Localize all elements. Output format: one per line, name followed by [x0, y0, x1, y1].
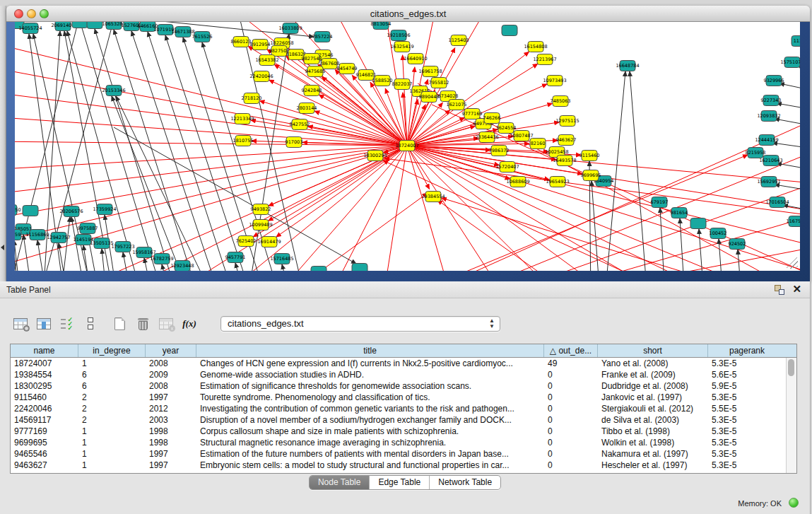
- graph-node[interactable]: 1167533: [787, 216, 800, 227]
- float-panel-icon[interactable]: [775, 285, 784, 295]
- select-columns-button[interactable]: ✓ ✓ ✓: [58, 315, 76, 332]
- graph-node[interactable]: 12213967: [533, 54, 556, 65]
- column-header-pagerank[interactable]: pagerank: [708, 344, 786, 357]
- table-row[interactable]: 1872400712008Changes of HCN gene express…: [11, 358, 786, 369]
- graph-node[interactable]: 9115460: [579, 151, 600, 161]
- graph-node[interactable]: 100452: [710, 228, 727, 239]
- graph-node[interactable]: 20153346: [102, 86, 125, 96]
- network-window-titlebar[interactable]: citations_edges.txt: [6, 6, 810, 22]
- graph-node[interactable]: 917003: [286, 137, 303, 148]
- delete-column-button[interactable]: [134, 315, 152, 332]
- graph-node[interactable]: 9475685: [305, 66, 326, 77]
- graph-node[interactable]: 39159: [15, 230, 21, 240]
- graph-node[interactable]: 924502: [729, 239, 746, 250]
- graph-node[interactable]: 1588520: [372, 76, 393, 86]
- graph-node[interactable]: 9493822: [251, 204, 271, 215]
- graph-node[interactable]: [352, 264, 367, 271]
- graph-node[interactable]: 16033809: [278, 23, 302, 34]
- graph-node[interactable]: [502, 25, 517, 36]
- column-header-year[interactable]: year: [146, 344, 196, 357]
- graph-node[interactable]: 8215958: [746, 148, 766, 158]
- graph-node[interactable]: 19218506: [387, 30, 410, 41]
- graph-node[interactable]: 7485063: [551, 96, 571, 107]
- graph-node[interactable]: 8912954: [250, 40, 271, 50]
- graph-node[interactable]: [87, 22, 102, 29]
- graph-node[interactable]: 1810755: [233, 136, 254, 146]
- graph-node[interactable]: 7955812: [429, 78, 449, 88]
- table-row[interactable]: 1830029562008Estimation of significance …: [11, 380, 786, 392]
- show-column-button[interactable]: [35, 315, 53, 332]
- tab-node-table[interactable]: Node Table: [310, 476, 370, 489]
- close-panel-icon[interactable]: ✕: [792, 284, 801, 295]
- table-row[interactable]: 946554611997Estimation of the future num…: [11, 448, 786, 460]
- graph-node[interactable]: 17016504: [765, 197, 789, 208]
- graph-node[interactable]: 7986372: [489, 146, 510, 156]
- row-height-button[interactable]: [81, 315, 100, 332]
- scrollbar-thumb[interactable]: [788, 359, 794, 376]
- table-selector-dropdown[interactable]: citations_edges.txt ▲▼: [220, 316, 500, 332]
- graph-node[interactable]: 17359924: [93, 204, 116, 215]
- graph-node[interactable]: 82160: [530, 139, 546, 149]
- graph-node[interactable]: 9227343: [761, 95, 782, 106]
- graph-node[interactable]: 2803144: [297, 103, 317, 114]
- graph-node[interactable]: 10099489: [249, 220, 272, 230]
- graph-node[interactable]: 1125403: [449, 35, 469, 46]
- graph-node[interactable]: 8660123: [231, 37, 252, 47]
- column-header-in-degree[interactable]: in_degree: [78, 344, 146, 357]
- graph-node[interactable]: 9329966: [764, 76, 784, 86]
- graph-node[interactable]: 7625402: [236, 236, 257, 247]
- graph-node[interactable]: 16154808: [524, 42, 547, 52]
- column-header-title[interactable]: title: [196, 344, 544, 357]
- graph-node[interactable]: 7615526: [192, 32, 213, 42]
- graph-node[interactable]: 12923448: [170, 261, 194, 271]
- control-panel-splitter[interactable]: [0, 6, 6, 281]
- graph-node[interactable]: 16648784: [616, 61, 639, 71]
- graph-node[interactable]: 9975887: [78, 223, 98, 234]
- graph-node[interactable]: [690, 218, 706, 229]
- graph-node[interactable]: 20691406: [51, 22, 74, 31]
- graph-node[interactable]: [72, 22, 88, 28]
- graph-node[interactable]: 9242848: [302, 86, 322, 96]
- graph-node[interactable]: [23, 206, 38, 216]
- tab-network-table[interactable]: Network Table: [430, 476, 500, 489]
- table-row[interactable]: 969969511998Structural magnetic resonanc…: [11, 437, 786, 448]
- column-header-out-degree-sorted[interactable]: △ out_de...: [544, 344, 598, 357]
- graph-node[interactable]: 12093832: [757, 111, 780, 122]
- graph-node[interactable]: 2718120: [242, 93, 262, 104]
- column-header-name[interactable]: name: [11, 344, 78, 357]
- graph-node[interactable]: 7857224: [312, 32, 333, 42]
- window-resize-grip[interactable]: [787, 257, 798, 269]
- graph-node[interactable]: 16325419: [390, 42, 413, 52]
- create-column-button[interactable]: [110, 315, 129, 332]
- graph-node[interactable]: 17957223: [111, 242, 134, 252]
- column-header-short[interactable]: short: [598, 344, 708, 357]
- graph-node[interactable]: 8813054: [371, 22, 392, 30]
- graph-node[interactable]: 15751074: [780, 57, 800, 68]
- network-canvas[interactable]: 1405572420691406106532871527602646616010…: [15, 22, 800, 271]
- graph-node[interactable]: 12444159: [755, 135, 778, 146]
- table-row[interactable]: 1456911722003Disruption of a novel membe…: [11, 414, 786, 426]
- table-row[interactable]: 977716911998Corpus callosum shape and si…: [11, 426, 786, 437]
- graph-node[interactable]: 12975115: [555, 116, 579, 127]
- graph-node[interactable]: 19384554: [421, 192, 445, 202]
- graph-node[interactable]: 981654: [671, 208, 688, 218]
- table-row[interactable]: 1938455462009Genome-wide association stu…: [11, 369, 786, 380]
- table-row[interactable]: 911546021997Tourette syndrome. Phenomeno…: [11, 392, 786, 403]
- graph-node[interactable]: 8454749: [337, 64, 358, 74]
- graph-node[interactable]: 8427552: [290, 119, 310, 130]
- graph-node[interactable]: 16640910: [404, 54, 427, 64]
- graph-node[interactable]: 16961758: [418, 66, 442, 77]
- splitter-collapse-left-icon[interactable]: [1, 245, 4, 250]
- graph-node[interactable]: 679197: [651, 197, 669, 208]
- graph-node[interactable]: 19654923: [546, 177, 569, 187]
- table-vertical-scrollbar[interactable]: [786, 358, 796, 473]
- graph-node[interactable]: [311, 267, 326, 271]
- function-builder-button[interactable]: f(x): [180, 315, 199, 332]
- graph-node[interactable]: 746266: [483, 113, 501, 124]
- graph-node[interactable]: 9463627: [556, 135, 577, 146]
- graph-node[interactable]: 1112: [792, 36, 800, 47]
- graph-node[interactable]: 9699695: [581, 170, 601, 181]
- graph-node[interactable]: 12213349: [230, 114, 254, 124]
- graph-node[interactable]: 9457791: [225, 252, 246, 263]
- graph-node[interactable]: 15716485: [270, 254, 293, 264]
